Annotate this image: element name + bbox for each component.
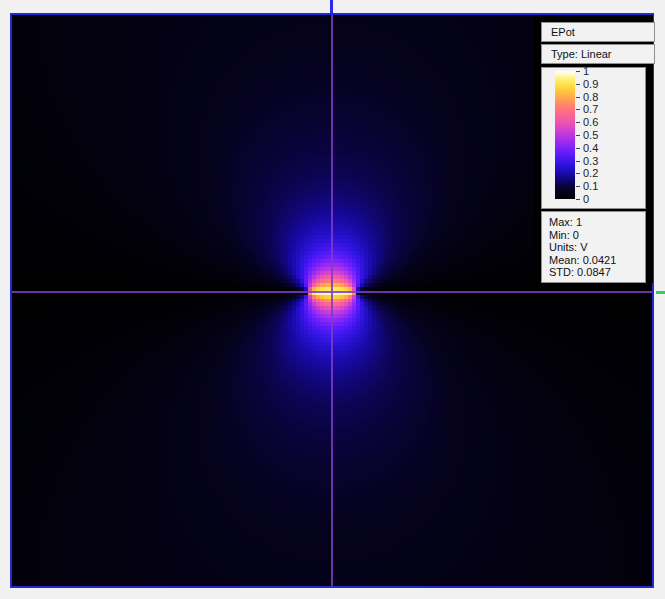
app-window: EPot Type: Linear 1 0.9 0.8 0.7 0.6 0.5 … (0, 0, 665, 599)
colorbar-ticks (576, 71, 580, 200)
colorbar-tick-label: 0.3 (583, 155, 623, 167)
legend-title: EPot (541, 22, 655, 42)
colorbar-tick-label: 0.8 (583, 91, 623, 103)
stat-mean: Mean: 0.0421 (542, 254, 645, 267)
stats-box: Max: 1 Min: 0 Units: V Mean: 0.0421 STD:… (541, 211, 646, 283)
stat-std: STD: 0.0847 (542, 266, 645, 279)
colorbar-tick-label: 0.2 (583, 167, 623, 179)
legend-panel: EPot Type: Linear 1 0.9 0.8 0.7 0.6 0.5 … (534, 15, 653, 283)
horizontal-slice-marker[interactable] (656, 291, 665, 294)
colorbar-box: 1 0.9 0.8 0.7 0.6 0.5 0.4 0.3 0.2 0.1 0 (541, 67, 646, 209)
vertical-slice-marker[interactable] (330, 0, 333, 13)
stat-min: Min: 0 (542, 229, 645, 242)
colorbar-tick-label: 0.4 (583, 142, 623, 154)
colorbar-tick-label: 0.5 (583, 129, 623, 141)
stat-max: Max: 1 (542, 216, 645, 229)
colorbar-tick-label: 0.7 (583, 103, 623, 115)
colorbar-gradient (555, 71, 575, 199)
colorbar-tick-label: 0.6 (583, 116, 623, 128)
legend-scale-type: Type: Linear (541, 44, 655, 64)
stat-units: Units: V (542, 241, 645, 254)
colorbar-tick-label: 0.9 (583, 78, 623, 90)
colorbar-tick-label: 0 (583, 193, 623, 205)
crosshair-vertical-line[interactable] (331, 15, 333, 586)
colorbar-labels: 1 0.9 0.8 0.7 0.6 0.5 0.4 0.3 0.2 0.1 0 (583, 65, 623, 205)
colorbar-tick-label: 0.1 (583, 180, 623, 192)
crosshair-horizontal-line[interactable] (12, 291, 652, 293)
colorbar-tick-label: 1 (583, 65, 623, 77)
